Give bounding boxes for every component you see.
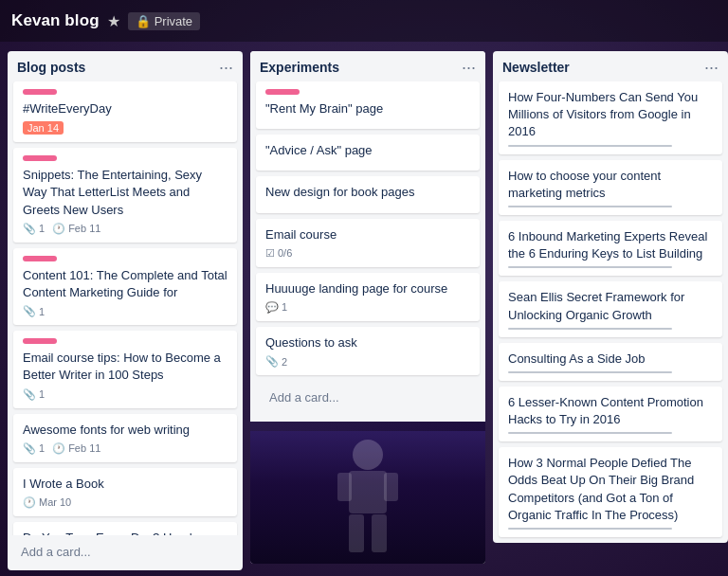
comment-badge: 💬 1 — [265, 301, 287, 314]
experiments-background-image — [250, 422, 485, 564]
card-title: How to choose your content marketing met… — [508, 168, 713, 202]
add-card-experiments[interactable]: Add a card... — [262, 385, 474, 410]
column-menu-newsletter[interactable]: ··· — [704, 59, 719, 76]
date-badge: 🕐 Feb 11 — [52, 442, 100, 455]
card-rent-brain[interactable]: "Rent My Brain" page — [256, 81, 480, 129]
card-four-numbers[interactable]: How Four-Numbers Can Send You Millions o… — [499, 81, 722, 154]
svg-rect-3 — [384, 473, 398, 501]
card-title: 6 Inbound Marketing Experts Reveal the 6… — [508, 228, 713, 262]
column-menu-blog-posts[interactable]: ··· — [219, 59, 233, 76]
card-content-metrics[interactable]: How to choose your content marketing met… — [499, 160, 722, 215]
card-title: 6 Lesser-Known Content Promotion Hacks t… — [508, 394, 713, 428]
card-badges: 💬 1 — [265, 301, 470, 314]
card-email-tips[interactable]: Email course tips: How to Become a Bette… — [13, 331, 237, 407]
checklist-icon: ☑ — [265, 247, 275, 260]
card-inbound-experts[interactable]: 6 Inbound Marketing Experts Reveal the 6… — [499, 221, 722, 276]
card-title: "Rent My Brain" page — [265, 100, 470, 117]
desc-line — [508, 206, 672, 207]
desc-line — [508, 328, 672, 330]
card-write-every-day[interactable]: #WriteEveryDay Jan 14 — [13, 81, 237, 142]
attachment-badge: 📎 1 — [23, 388, 45, 401]
card-finger-exercises[interactable]: Do You Type Every Day? Here're Some Fing… — [13, 522, 237, 535]
desc-line — [508, 145, 672, 147]
card-sean-ellis[interactable]: Sean Ellis Secret Framework for Unlockin… — [499, 281, 722, 336]
card-badges: 📎 1 — [23, 305, 228, 317]
attachment-icon: 📎 — [265, 355, 279, 368]
column-menu-experiments[interactable]: ··· — [462, 59, 476, 76]
card-lesser-known[interactable]: 6 Lesser-Known Content Promotion Hacks t… — [499, 387, 722, 441]
attachment-icon: 📎 — [23, 388, 36, 401]
privacy-badge: 🔒 Private — [128, 12, 200, 30]
card-title: "Advice / Ask" page — [265, 142, 470, 159]
svg-point-0 — [353, 440, 383, 470]
date-badge: 🕐 Feb 11 — [52, 223, 100, 235]
card-title: Email course tips: How to Become a Bette… — [23, 350, 228, 384]
svg-rect-5 — [372, 514, 387, 552]
column-experiments: Experiments ··· "Rent My Brain" page "Ad… — [250, 51, 485, 564]
card-title: I Wrote a Book — [23, 476, 228, 493]
lock-icon: 🔒 — [136, 14, 151, 28]
card-badges: 🕐 Mar 10 — [23, 496, 228, 509]
card-email-course[interactable]: Email course ☑ 0/6 — [256, 219, 480, 267]
star-icon[interactable]: ★ — [107, 12, 120, 30]
private-label: Private — [155, 14, 192, 28]
card-title: Huuuuge landing page for course — [265, 280, 470, 297]
card-badges: 📎 1 — [23, 388, 228, 401]
card-book-pages[interactable]: New design for book pages — [256, 176, 480, 212]
card-title: Email course — [265, 226, 470, 243]
card-label — [23, 256, 57, 261]
board-area: Blog posts ··· #WriteEveryDay Jan 14 Sni… — [0, 42, 728, 576]
card-title: Sean Ellis Secret Framework for Unlockin… — [508, 289, 713, 323]
desc-lines — [508, 206, 713, 207]
clock-icon: 🕐 — [52, 223, 65, 235]
cards-area-newsletter: How Four-Numbers Can Send You Millions o… — [493, 81, 728, 543]
card-badges: 📎 2 — [265, 355, 470, 368]
desc-lines — [508, 528, 713, 530]
card-three-people[interactable]: How 3 Normal People Defied The Odds Beat… — [499, 447, 722, 537]
desc-lines — [508, 371, 713, 373]
card-content-101[interactable]: Content 101: The Complete and Total Cont… — [13, 248, 237, 325]
card-badges: 📎 1 🕐 Feb 11 — [23, 223, 228, 235]
card-awesome-fonts[interactable]: Awesome fonts for web writing 📎 1 🕐 Feb … — [13, 414, 237, 462]
svg-rect-2 — [337, 473, 352, 501]
column-title-newsletter: Newsletter — [502, 60, 570, 75]
attachment-badge: 📎 2 — [265, 355, 287, 368]
app-wrapper: Kevan blog ★ 🔒 Private Blog posts ··· #W… — [0, 0, 728, 576]
card-advice-ask[interactable]: "Advice / Ask" page — [256, 135, 480, 171]
experiments-top: Experiments ··· "Rent My Brain" page "Ad… — [250, 51, 485, 422]
card-landing-page[interactable]: Huuuuge landing page for course 💬 1 — [256, 273, 480, 321]
card-title: Awesome fonts for web writing — [23, 422, 228, 439]
add-card-blog-posts[interactable]: Add a card... — [13, 539, 237, 565]
card-snippets[interactable]: Snippets: The Entertaining, Sexy Way Tha… — [13, 148, 237, 243]
desc-lines — [508, 266, 713, 268]
card-title: Content 101: The Complete and Total Cont… — [23, 267, 228, 301]
card-title: New design for book pages — [265, 184, 470, 201]
date-badge: 🕐 Mar 10 — [23, 496, 71, 509]
card-badges: ☑ 0/6 — [265, 247, 470, 260]
card-wrote-book[interactable]: I Wrote a Book 🕐 Mar 10 — [13, 468, 237, 516]
attachment-icon: 📎 — [23, 223, 36, 235]
card-title: Questions to ask — [265, 334, 470, 351]
attachment-icon: 📎 — [23, 442, 36, 455]
comment-icon: 💬 — [265, 301, 279, 314]
desc-line — [508, 266, 672, 268]
card-consulting[interactable]: Consulting As a Side Job — [499, 343, 722, 381]
attachment-badge: 📎 1 — [23, 223, 45, 235]
card-badges: Jan 14 — [23, 121, 228, 135]
app-header: Kevan blog ★ 🔒 Private — [0, 0, 728, 42]
card-questions[interactable]: Questions to ask 📎 2 — [256, 327, 480, 375]
attachment-badge: 📎 1 — [23, 305, 45, 317]
card-title: Do You Type Every Day? Here're Some Fing… — [23, 530, 228, 535]
clock-icon: 🕐 — [23, 496, 36, 509]
desc-line — [508, 528, 672, 530]
column-header-blog-posts: Blog posts ··· — [8, 51, 243, 81]
card-label — [23, 89, 57, 95]
attachment-badge: 📎 1 — [23, 442, 45, 455]
clock-icon: 🕐 — [52, 442, 65, 455]
desc-line — [508, 371, 672, 373]
card-label — [23, 155, 57, 161]
card-title: How 3 Normal People Defied The Odds Beat… — [508, 455, 713, 524]
attachment-icon: 📎 — [23, 305, 36, 317]
card-label — [23, 338, 57, 344]
column-header-experiments: Experiments ··· — [250, 51, 485, 81]
